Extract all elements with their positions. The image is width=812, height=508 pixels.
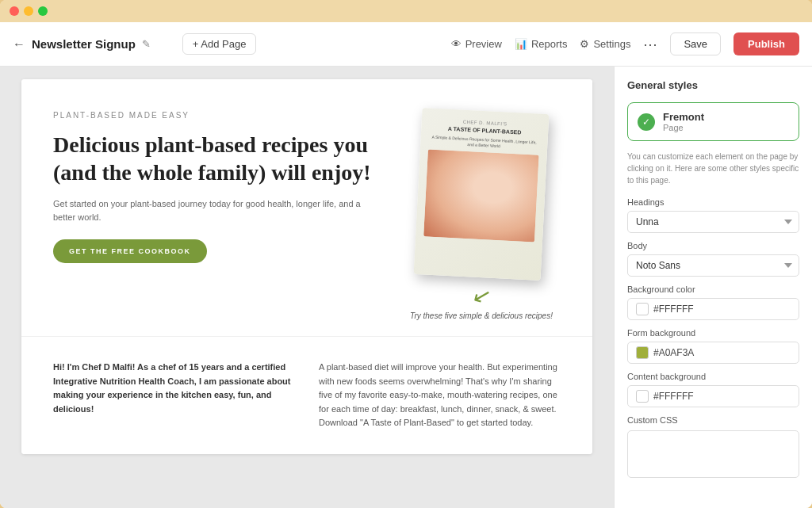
add-page-button[interactable]: + Add Page: [182, 33, 257, 55]
hero-tag: PLANT-BASED MADE EASY: [53, 111, 378, 120]
titlebar: [0, 0, 812, 22]
hero-heading: Delicious plant-based recipes you (and t…: [53, 131, 378, 186]
body-label: Body: [627, 241, 799, 250]
app-window: ← Newsletter Signup ✎ + Add Page 👁 Previ…: [0, 0, 812, 508]
book-image: CHEF D. MALFI'S A TASTE OF PLANT-BASED A…: [414, 108, 550, 281]
minimize-dot[interactable]: [24, 6, 33, 16]
hero-right: CHEF D. MALFI'S A TASTE OF PLANT-BASED A…: [402, 111, 561, 320]
chart-icon: 📊: [515, 38, 527, 50]
edit-icon[interactable]: ✎: [142, 38, 151, 50]
content-bg-swatch: [636, 390, 649, 403]
bg-color-label: Background color: [627, 285, 799, 294]
page-title: Newsletter Signup: [32, 37, 136, 51]
publish-button[interactable]: Publish: [733, 32, 799, 55]
page-content: PLANT-BASED MADE EASY Delicious plant-ba…: [21, 79, 592, 454]
book-subtitle: A Simple & Delicious Recipes for Some He…: [428, 135, 539, 151]
body-font-select[interactable]: Noto Sans: [627, 254, 799, 277]
hero-subtext: Get started on your plant-based journey …: [53, 197, 378, 223]
custom-css-label: Custom CSS: [627, 415, 799, 425]
maximize-dot[interactable]: [38, 6, 48, 16]
book-figure: [423, 150, 539, 243]
app-body: ← Newsletter Signup ✎ + Add Page 👁 Previ…: [0, 22, 812, 508]
form-bg-label: Form background: [627, 328, 799, 338]
bottom-left: Hi! I'm Chef D Malfi! As a chef of 15 ye…: [53, 361, 295, 430]
eye-icon: 👁: [451, 38, 462, 50]
book-title: A TASTE OF PLANT-BASED: [448, 125, 522, 136]
toolbar-left: ← Newsletter Signup ✎ + Add Page: [13, 33, 439, 55]
panel-title: General styles: [627, 79, 799, 91]
theme-check-icon: ✓: [638, 113, 655, 131]
bottom-section: Hi! I'm Chef D Malfi! As a chef of 15 ye…: [21, 336, 592, 454]
bg-color-swatch: [636, 303, 649, 315]
headings-label: Headings: [627, 197, 799, 207]
reports-button[interactable]: 📊 Reports: [515, 38, 568, 50]
hero-left: PLANT-BASED MADE EASY Delicious plant-ba…: [53, 111, 378, 263]
save-button[interactable]: Save: [670, 32, 721, 55]
toolbar-right: 👁 Preview 📊 Reports ⚙ Settings ⋯ Save Pu…: [451, 32, 799, 55]
form-bg-field[interactable]: #A0AF3A: [627, 342, 799, 364]
right-panel: General styles ✓ Fremont Page You can cu…: [614, 67, 812, 508]
bg-color-field[interactable]: #FFFFFF: [627, 298, 799, 320]
settings-icon: ⚙: [580, 38, 589, 50]
panel-description: You can customize each element on the pa…: [627, 151, 799, 186]
preview-button[interactable]: 👁 Preview: [451, 38, 502, 50]
theme-card[interactable]: ✓ Fremont Page: [627, 102, 799, 141]
theme-name: Fremont: [663, 111, 704, 123]
form-bg-swatch: [636, 346, 649, 359]
settings-button[interactable]: ⚙ Settings: [580, 38, 630, 50]
more-button[interactable]: ⋯: [643, 36, 657, 53]
back-button[interactable]: ←: [13, 37, 25, 52]
arrow-icon: ↙: [469, 281, 494, 311]
content-bg-label: Content background: [627, 372, 799, 381]
promo-text: A plant-based diet will improve your hea…: [319, 361, 561, 430]
content-bg-field[interactable]: #FFFFFF: [627, 385, 799, 407]
book-figure-inner: [423, 150, 539, 243]
bottom-right: A plant-based diet will improve your hea…: [319, 361, 561, 430]
hero-section: PLANT-BASED MADE EASY Delicious plant-ba…: [21, 79, 592, 336]
custom-css-input[interactable]: [627, 430, 799, 478]
headings-select[interactable]: Unna: [627, 211, 799, 233]
close-dot[interactable]: [10, 6, 19, 16]
body-area: PLANT-BASED MADE EASY Delicious plant-ba…: [0, 67, 812, 508]
book-caption: Try these five simple & delicious recipe…: [410, 311, 553, 320]
canvas[interactable]: PLANT-BASED MADE EASY Delicious plant-ba…: [0, 67, 614, 508]
content-bg-value: #FFFFFF: [653, 391, 694, 402]
theme-info: Fremont Page: [663, 111, 704, 132]
cta-button[interactable]: GET THE FREE COOKBOOK: [53, 239, 207, 263]
theme-sub: Page: [663, 123, 704, 132]
bio-text: Hi! I'm Chef D Malfi! As a chef of 15 ye…: [53, 361, 295, 416]
form-bg-value: #A0AF3A: [653, 347, 694, 358]
bg-color-value: #FFFFFF: [653, 304, 694, 315]
toolbar: ← Newsletter Signup ✎ + Add Page 👁 Previ…: [0, 22, 812, 67]
